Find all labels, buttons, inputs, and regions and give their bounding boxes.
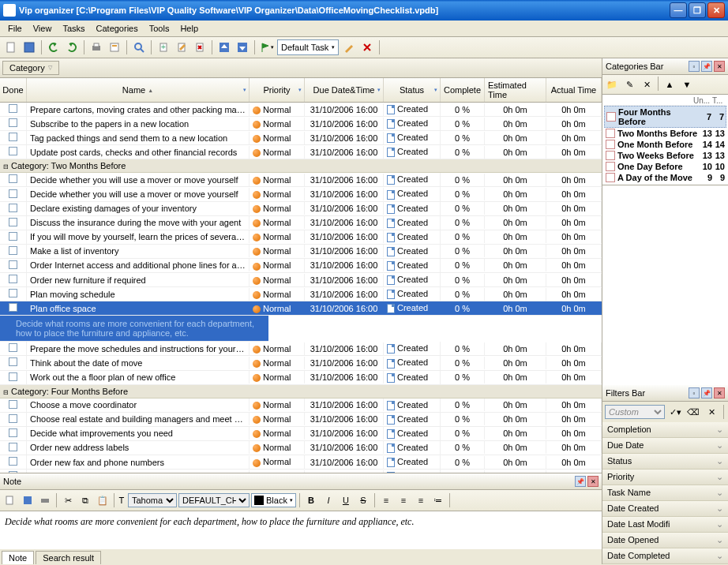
menu-help[interactable]: Help bbox=[175, 22, 203, 35]
align-right-icon[interactable]: ≡ bbox=[413, 492, 429, 508]
category-item[interactable]: One Month Before1414 bbox=[604, 139, 726, 150]
edit-group-icon[interactable] bbox=[341, 39, 357, 55]
task-row[interactable]: Choose real estate and building managers… bbox=[0, 413, 602, 427]
filter-due-date[interactable]: Due Date⌄ bbox=[602, 438, 728, 454]
filter-task-name[interactable]: Task Name⌄ bbox=[602, 485, 728, 501]
filter-priority[interactable]: Priority⌄ bbox=[602, 470, 728, 485]
category-item[interactable]: One Day Before1010 bbox=[604, 161, 726, 172]
category-item[interactable]: A Day of the Move99 bbox=[604, 172, 726, 183]
edit-task-icon[interactable] bbox=[174, 39, 190, 55]
done-checkbox[interactable] bbox=[9, 246, 17, 255]
bullets-icon[interactable]: ≔ bbox=[430, 492, 446, 508]
note-print-icon[interactable] bbox=[37, 492, 53, 508]
filt-pin-icon[interactable]: 📌 bbox=[701, 387, 712, 398]
menu-categories[interactable]: Categories bbox=[92, 22, 143, 35]
delete-group-icon[interactable] bbox=[359, 39, 375, 55]
done-checkbox[interactable] bbox=[9, 471, 17, 473]
group-header[interactable]: ⊟ Category: Two Months Before bbox=[0, 159, 602, 173]
bold-icon[interactable]: B bbox=[303, 492, 319, 508]
done-checkbox[interactable] bbox=[9, 443, 17, 451]
underline-icon[interactable]: U bbox=[338, 492, 354, 508]
menu-tasks[interactable]: Tasks bbox=[58, 22, 89, 35]
task-row[interactable]: Subscribe to the papers in a new locatio… bbox=[0, 117, 602, 131]
delete-task-icon[interactable] bbox=[192, 39, 208, 55]
task-row[interactable]: Plan office spaceNormal31/10/2006 16:00C… bbox=[0, 301, 602, 316]
filter-status[interactable]: Status⌄ bbox=[602, 454, 728, 470]
col-priority[interactable]: Priority▾ bbox=[250, 78, 305, 102]
filter-custom-select[interactable]: Custom bbox=[605, 405, 665, 419]
task-row[interactable]: Discuss the insurance during the move wi… bbox=[0, 216, 602, 230]
filter-del-icon[interactable]: ✕ bbox=[704, 404, 719, 420]
undo-icon[interactable] bbox=[46, 39, 62, 55]
group-by-category-button[interactable]: Category ▽ bbox=[2, 61, 59, 75]
redo-icon[interactable] bbox=[64, 39, 80, 55]
task-row[interactable]: Decide whether you will use a mover or m… bbox=[0, 173, 602, 187]
flag-icon[interactable]: ▾ bbox=[259, 39, 275, 55]
note-save-icon[interactable] bbox=[20, 492, 36, 508]
strike-icon[interactable]: S bbox=[355, 492, 371, 508]
align-left-icon[interactable]: ≡ bbox=[378, 492, 394, 508]
done-checkbox[interactable] bbox=[9, 289, 17, 297]
done-checkbox[interactable] bbox=[9, 260, 17, 269]
task-row[interactable]: Decide whether you will use a mover or m… bbox=[0, 187, 602, 201]
align-center-icon[interactable]: ≡ bbox=[396, 492, 411, 508]
filt-close-icon[interactable]: ✕ bbox=[714, 387, 725, 398]
done-checkbox[interactable] bbox=[9, 400, 17, 409]
cat-new-icon[interactable]: 📁 bbox=[604, 77, 620, 92]
done-checkbox[interactable] bbox=[9, 189, 17, 198]
done-checkbox[interactable] bbox=[9, 104, 17, 113]
print-icon[interactable] bbox=[88, 39, 104, 55]
find-icon[interactable] bbox=[131, 39, 147, 55]
done-checkbox[interactable] bbox=[9, 275, 17, 283]
filter-apply-icon[interactable]: ✓▾ bbox=[667, 404, 683, 420]
note-copy-icon[interactable]: ⧉ bbox=[77, 492, 93, 508]
task-row[interactable]: Order new fax and phone numbersNormal31/… bbox=[0, 455, 602, 470]
col-done[interactable]: Done bbox=[0, 78, 27, 102]
cat-del-icon[interactable]: ✕ bbox=[639, 77, 655, 92]
done-checkbox[interactable] bbox=[9, 428, 17, 437]
note-textarea[interactable]: Decide what rooms are more convenient fo… bbox=[0, 511, 602, 549]
done-checkbox[interactable] bbox=[9, 147, 17, 155]
cat-toggle-icon[interactable]: ▫ bbox=[689, 61, 700, 72]
task-row[interactable]: Choose a move coordinatorNormal31/10/200… bbox=[0, 398, 602, 413]
task-row[interactable]: Declare existing damages of your invento… bbox=[0, 202, 602, 216]
cat-edit-icon[interactable]: ✎ bbox=[621, 77, 637, 92]
panel-close-icon[interactable]: ✕ bbox=[587, 476, 599, 487]
task-row[interactable]: Prepare the move schedules and instructi… bbox=[0, 342, 602, 356]
done-checkbox[interactable] bbox=[9, 357, 17, 366]
done-checkbox[interactable] bbox=[9, 457, 17, 466]
category-item[interactable]: Four Months Before77 bbox=[604, 106, 726, 128]
font-color-select[interactable]: Black▾ bbox=[251, 493, 296, 507]
category-item[interactable]: Two Months Before1313 bbox=[604, 128, 726, 139]
filter-date-created[interactable]: Date Created⌄ bbox=[602, 501, 728, 517]
done-checkbox[interactable] bbox=[9, 174, 17, 183]
task-row[interactable]: Prepare cartons, moving crates and other… bbox=[0, 103, 602, 117]
cat-up-icon[interactable]: ▲ bbox=[662, 77, 677, 92]
new-task-icon[interactable]: + bbox=[156, 39, 171, 55]
cat-pin-icon[interactable]: 📌 bbox=[701, 61, 712, 72]
minimize-button[interactable]: — bbox=[670, 2, 687, 18]
done-checkbox[interactable] bbox=[9, 414, 17, 423]
col-due[interactable]: Due Date&Time▾ bbox=[305, 78, 384, 102]
maximize-button[interactable]: ❐ bbox=[689, 2, 706, 18]
task-row[interactable]: Decide what improvements you needNormal3… bbox=[0, 427, 602, 441]
task-row[interactable]: Select new office locationNormal31/10/20… bbox=[0, 470, 602, 473]
filt-toggle-icon[interactable]: ▫ bbox=[689, 387, 700, 398]
col-status[interactable]: Status▾ bbox=[384, 78, 441, 102]
task-row[interactable]: Work out the a floor plan of new officeN… bbox=[0, 371, 602, 385]
menu-file[interactable]: File bbox=[3, 22, 27, 35]
cat-close-icon[interactable]: ✕ bbox=[714, 61, 725, 72]
done-checkbox[interactable] bbox=[9, 372, 17, 381]
note-new-icon[interactable] bbox=[2, 492, 18, 508]
close-button[interactable]: ✕ bbox=[707, 2, 725, 18]
up-icon[interactable] bbox=[216, 39, 232, 55]
done-checkbox[interactable] bbox=[9, 343, 17, 352]
group-header[interactable]: ⊟ Category: Four Months Before bbox=[0, 385, 602, 398]
col-estimated[interactable]: Estimated Time bbox=[485, 78, 546, 102]
task-grid[interactable]: Done Name▲▾ Priority▾ Due Date&Time▾ Sta… bbox=[0, 78, 602, 473]
task-row[interactable]: Order new furniture if requiredNormal31/… bbox=[0, 273, 602, 287]
task-row[interactable]: Tag packed things and send them to a new… bbox=[0, 131, 602, 145]
done-checkbox[interactable] bbox=[9, 303, 17, 312]
task-row[interactable]: Order new address labelsNormal31/10/2006… bbox=[0, 441, 602, 455]
task-row[interactable]: Update post cards, checks and other fina… bbox=[0, 145, 602, 159]
